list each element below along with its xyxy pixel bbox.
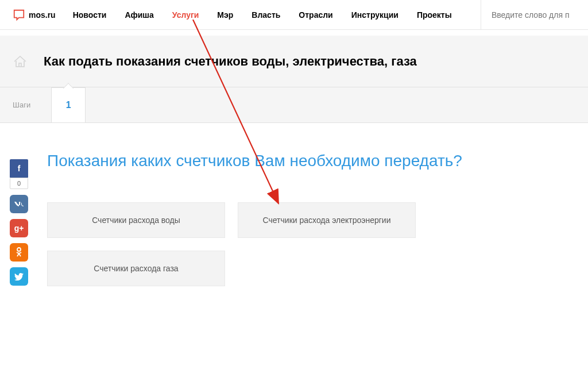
share-facebook[interactable]: f bbox=[10, 159, 28, 178]
share-vk[interactable] bbox=[10, 195, 28, 213]
svg-point-0 bbox=[17, 248, 21, 251]
option-electricity[interactable]: Счетчики расхода электроэнергии bbox=[238, 202, 416, 238]
home-icon[interactable] bbox=[13, 55, 28, 68]
option-gas[interactable]: Счетчики расхода газа bbox=[47, 251, 225, 286]
content: Показания каких счетчиков Вам необходимо… bbox=[0, 123, 588, 286]
nav-services[interactable]: Услуги bbox=[163, 0, 208, 30]
steps-label: Шаги bbox=[13, 101, 30, 109]
main-nav: Новости Афиша Услуги Мэр Власть Отрасли … bbox=[64, 0, 481, 30]
share-twitter[interactable] bbox=[10, 267, 28, 286]
search-area bbox=[481, 0, 588, 30]
steps-bar: Шаги 1 bbox=[0, 87, 588, 123]
options-row-1: Счетчики расхода воды Счетчики расхода э… bbox=[47, 202, 588, 238]
options-row-2: Счетчики расхода газа bbox=[47, 251, 588, 286]
nav-afisha[interactable]: Афиша bbox=[115, 0, 163, 30]
page-title: Как подать показания счетчиков воды, эле… bbox=[44, 54, 417, 69]
search-input[interactable] bbox=[492, 10, 578, 20]
ok-icon bbox=[15, 247, 23, 257]
vk-icon bbox=[14, 201, 24, 207]
header: mos.ru Новости Афиша Услуги Мэр Власть О… bbox=[0, 0, 588, 30]
share-ok[interactable] bbox=[10, 243, 28, 262]
share-facebook-count: 0 bbox=[10, 178, 28, 189]
nav-instructions[interactable]: Инструкции bbox=[342, 0, 408, 30]
nav-news[interactable]: Новости bbox=[64, 0, 116, 30]
logo[interactable]: mos.ru bbox=[0, 9, 64, 21]
logo-icon bbox=[13, 9, 25, 21]
nav-mayor[interactable]: Мэр bbox=[208, 0, 242, 30]
question-heading: Показания каких счетчиков Вам необходимо… bbox=[47, 152, 588, 170]
step-1-tab[interactable]: 1 bbox=[51, 87, 86, 122]
social-rail: f 0 g+ bbox=[10, 159, 28, 286]
logo-text: mos.ru bbox=[29, 10, 56, 20]
twitter-icon bbox=[14, 273, 24, 280]
page-header: Как подать показания счетчиков воды, эле… bbox=[0, 36, 588, 87]
nav-projects[interactable]: Проекты bbox=[408, 0, 461, 30]
nav-power[interactable]: Власть bbox=[242, 0, 289, 30]
share-googleplus[interactable]: g+ bbox=[10, 219, 28, 237]
option-water[interactable]: Счетчики расхода воды bbox=[47, 202, 225, 238]
nav-industries[interactable]: Отрасли bbox=[289, 0, 342, 30]
